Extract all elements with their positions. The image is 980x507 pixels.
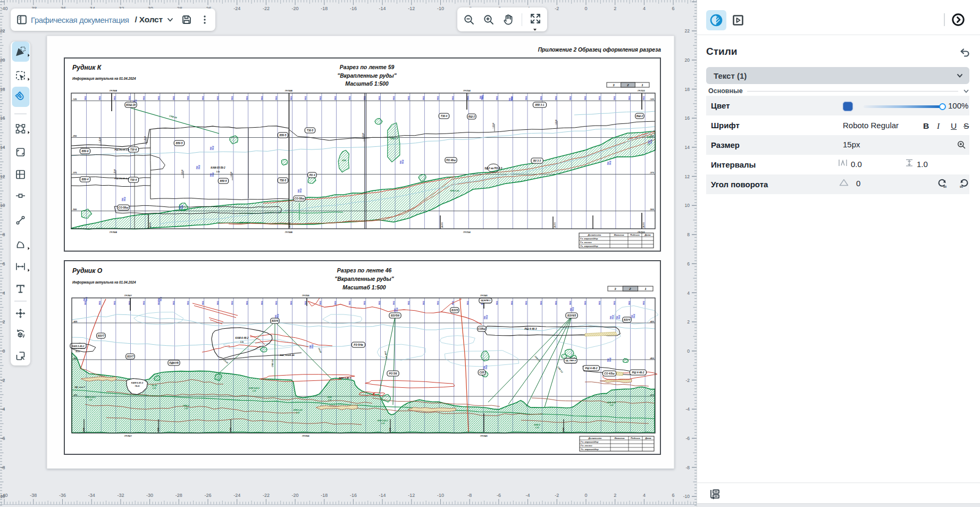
svg-text:ПК12: ПК12 xyxy=(482,95,484,99)
svg-text:28.700: 28.700 xyxy=(554,222,556,228)
svg-text:-125: -125 xyxy=(72,98,77,101)
svg-text:ПК32: ПК32 xyxy=(364,96,366,100)
svg-text:ПК32: ПК32 xyxy=(379,96,381,100)
svg-text:8: 8 xyxy=(3,232,5,237)
svg-text:КАМ-05-59-2: КАМ-05-59-2 xyxy=(211,167,225,169)
svg-text:ГР.П6/В: ГР.П6/В xyxy=(110,90,117,92)
svg-text:ПК12: ПК12 xyxy=(650,139,652,144)
svg-text:1-25.40: 1-25.40 xyxy=(99,137,101,143)
svg-text:ПК32: ПК32 xyxy=(114,96,116,100)
svg-text:ПК32: ПК32 xyxy=(99,301,101,305)
svg-text:ПК12: ПК12 xyxy=(181,205,183,209)
svg-text:1:10: 1:10 xyxy=(253,390,256,392)
svg-text:6: 6 xyxy=(687,261,690,267)
svg-text:-250: -250 xyxy=(72,135,77,137)
svg-text:Разрез по ленте 59: Разрез по ленте 59 xyxy=(340,64,395,70)
svg-text:Гл. маркшейдер: Гл. маркшейдер xyxy=(580,237,598,240)
svg-text:РШ-06-59-1-2: РШ-06-59-1-2 xyxy=(114,177,129,180)
svg-text:ПО 4: ПО 4 xyxy=(309,174,315,177)
svg-text:-450: -450 xyxy=(650,357,655,360)
svg-text:ПК32: ПК32 xyxy=(540,96,542,100)
svg-text:ГР.П3/4: ГР.П3/4 xyxy=(463,90,471,92)
svg-text:ПК32: ПК32 xyxy=(555,301,557,305)
svg-text:ПК32: ПК32 xyxy=(334,301,337,305)
svg-text:2740: 2740 xyxy=(230,428,232,431)
svg-text:4: 4 xyxy=(643,493,646,498)
svg-text:1-25.40: 1-25.40 xyxy=(181,169,183,175)
svg-text:ПК32: ПК32 xyxy=(393,96,395,100)
svg-text:ПК12: ПК12 xyxy=(485,365,488,369)
svg-text:КЛФ: КЛФ xyxy=(328,396,332,398)
svg-text:УБ-21: УБ-21 xyxy=(135,385,139,387)
svg-text:28.700: 28.700 xyxy=(441,222,443,228)
svg-text:16-25: 16-25 xyxy=(152,385,157,387)
svg-text:ЗД_пом 7: ЗД_пом 7 xyxy=(74,386,85,388)
svg-text:1:10: 1:10 xyxy=(535,427,539,429)
svg-text:ГР.П6/У: ГР.П6/У xyxy=(124,295,132,297)
svg-text:СО-58ш: СО-58ш xyxy=(119,206,129,209)
svg-text:ПК32: ПК32 xyxy=(511,301,513,305)
svg-text:ПК32: ПК32 xyxy=(643,96,645,100)
svg-text:КЛФ 5-43: КЛФ 5-43 xyxy=(294,409,303,411)
svg-text:0: 0 xyxy=(687,348,690,354)
svg-text:1-25.40: 1-25.40 xyxy=(362,132,364,138)
svg-text:КЛФ 5-45: КЛФ 5-45 xyxy=(450,190,459,192)
svg-text:ПК32: ПК32 xyxy=(202,301,204,305)
svg-text:ПК12: ПК12 xyxy=(511,97,513,101)
svg-text:-425: -425 xyxy=(650,320,655,323)
svg-text:ПК32: ПК32 xyxy=(423,96,425,100)
svg-text:ПК32: ПК32 xyxy=(217,96,219,100)
svg-text:2: 2 xyxy=(614,493,616,498)
svg-text:ПК32: ПК32 xyxy=(614,96,616,100)
svg-text:Гл. маркшейдер: Гл. маркшейдер xyxy=(581,440,599,443)
svg-text:ПК32: ПК32 xyxy=(569,96,572,100)
svg-text:ПК32: ПК32 xyxy=(246,301,248,305)
svg-text:Информация актуальна на 01.04.: Информация актуальна на 01.04.2024 xyxy=(72,280,136,285)
svg-text:Масштаб 1:500: Масштаб 1:500 xyxy=(345,80,388,87)
svg-text:КЛФ 5-44: КЛФ 5-44 xyxy=(607,402,616,404)
svg-text:ПК32: ПК32 xyxy=(629,96,631,100)
svg-text:ПК32: ПК32 xyxy=(231,96,233,100)
svg-text:СО 4/5ш: СО 4/5ш xyxy=(604,372,615,375)
svg-text:В50 3-1: В50 3-1 xyxy=(535,104,544,106)
svg-text:-24: -24 xyxy=(233,6,240,11)
svg-text:ПК32: ПК32 xyxy=(643,301,645,305)
svg-text:ПК32: ПК32 xyxy=(261,96,263,100)
svg-text:ВЗУ4: ВЗУ4 xyxy=(624,319,630,321)
svg-text:2740: 2740 xyxy=(563,428,565,431)
svg-text:ПК12: ПК12 xyxy=(300,188,302,193)
svg-text:Т30-5: Т30-5 xyxy=(307,129,314,132)
svg-text:-14: -14 xyxy=(379,6,386,11)
svg-text:ВЗУ6/5: ВЗУ6/5 xyxy=(567,314,576,317)
svg-text:"Вкрапленные руды": "Вкрапленные руды" xyxy=(334,276,395,282)
svg-text:1:10: 1:10 xyxy=(296,412,300,414)
svg-text:КЛФ-9: КЛФ-9 xyxy=(183,405,189,407)
svg-text:ГР.П4/5: ГР.П4/5 xyxy=(480,435,488,437)
svg-text:ПК32: ПК32 xyxy=(525,96,527,100)
svg-text:-6: -6 xyxy=(497,493,501,498)
svg-text:-2: -2 xyxy=(555,493,559,498)
svg-text:ГР.П4/В: ГР.П4/В xyxy=(285,90,292,92)
svg-text:-22: -22 xyxy=(263,6,270,11)
svg-text:-8: -8 xyxy=(685,465,690,470)
svg-text:-4: -4 xyxy=(1,406,5,412)
svg-text:"Вкрапленные руды": "Вкрапленные руды" xyxy=(337,72,397,79)
svg-text:Уч. маркшейдер: Уч. маркшейдер xyxy=(581,448,599,451)
svg-text:-500: -500 xyxy=(72,208,77,211)
svg-text:-34: -34 xyxy=(88,493,95,498)
svg-text:2: 2 xyxy=(626,84,629,87)
svg-text:ПК12: ПК12 xyxy=(198,165,200,169)
svg-text:Т30-6: Т30-6 xyxy=(130,148,137,151)
svg-text:ПК32: ПК32 xyxy=(584,301,587,305)
svg-text:-20: -20 xyxy=(292,6,299,11)
svg-text:ПК32: ПК32 xyxy=(408,301,410,305)
svg-text:РО 5/6: РО 5/6 xyxy=(389,372,397,375)
svg-text:КЛФ 5-43-1: КЛФ 5-43-1 xyxy=(85,396,96,398)
svg-text:ПК32: ПК32 xyxy=(275,96,278,100)
svg-text:22: 22 xyxy=(685,28,690,34)
svg-text:ПК32: ПК32 xyxy=(114,301,116,305)
svg-text:2: 2 xyxy=(614,6,616,11)
svg-text:ПК12: ПК12 xyxy=(160,297,162,301)
svg-text:-375: -375 xyxy=(72,171,77,174)
svg-text:-32: -32 xyxy=(117,493,124,498)
